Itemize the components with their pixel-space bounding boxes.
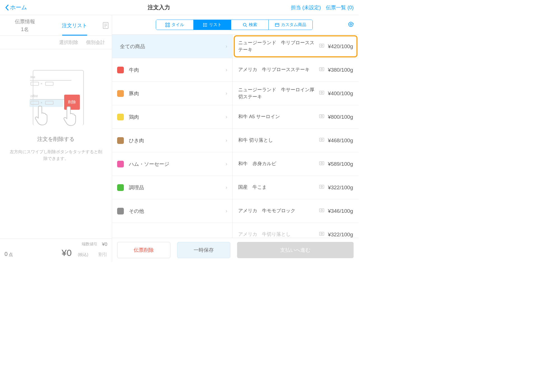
tax-label: (税込) bbox=[78, 252, 88, 257]
product-row[interactable]: ニュージーランド 牛サーロイン厚切ステーキ¥400/100g bbox=[233, 82, 359, 105]
rounding-label: 端数値引 bbox=[82, 242, 98, 247]
svg-line-40 bbox=[322, 186, 322, 187]
tab-slip-info-l1: 伝票情報 bbox=[15, 18, 35, 25]
svg-rect-16 bbox=[275, 23, 279, 26]
product-name: アメリカ 牛リブロースステーキ bbox=[238, 66, 316, 73]
category-swatch bbox=[117, 161, 124, 167]
category-label: 鶏肉 bbox=[129, 114, 221, 120]
seg-search-label: 検索 bbox=[249, 22, 257, 27]
category-label: 調理品 bbox=[129, 184, 221, 191]
svg-point-18 bbox=[349, 22, 353, 27]
scale-icon bbox=[319, 231, 324, 238]
svg-line-46 bbox=[322, 233, 322, 234]
svg-point-14 bbox=[243, 23, 246, 26]
product-row[interactable]: 和牛 A5 サーロイン¥800/100g bbox=[233, 105, 359, 129]
category-all[interactable]: 全ての商品 › bbox=[112, 35, 232, 58]
category-row[interactable]: 牛肉› bbox=[112, 58, 232, 82]
tab-slip-info[interactable]: 伝票情報 1名 bbox=[0, 15, 50, 36]
seg-custom-label: カスタム商品 bbox=[281, 22, 306, 27]
scale-icon bbox=[319, 90, 324, 97]
category-label: ハム・ソーセージ bbox=[129, 161, 221, 167]
svg-point-8 bbox=[203, 23, 204, 24]
category-row[interactable]: 調理品› bbox=[112, 176, 232, 199]
category-label: その他 bbox=[129, 208, 221, 214]
proceed-payment-button[interactable]: 支払いへ進む bbox=[237, 242, 354, 258]
scale-icon bbox=[319, 66, 324, 73]
category-row[interactable]: ハム・ソーセージ› bbox=[112, 152, 232, 176]
tab-slip-info-l2: 1名 bbox=[21, 26, 29, 33]
assignee-link[interactable]: 担当 (未設定) bbox=[291, 4, 321, 11]
product-price: ¥420/100g bbox=[328, 43, 353, 50]
scale-icon bbox=[319, 184, 324, 191]
product-name: 和牛 赤身カルビ bbox=[238, 160, 316, 167]
settings-gear-icon[interactable] bbox=[347, 21, 354, 29]
svg-point-12 bbox=[203, 26, 204, 27]
scale-icon bbox=[319, 137, 324, 144]
seg-search[interactable]: 検索 bbox=[231, 20, 269, 30]
scale-icon bbox=[319, 160, 324, 167]
product-row[interactable]: 国産 牛こま¥322/100g bbox=[233, 176, 359, 199]
svg-line-34 bbox=[322, 139, 322, 140]
seg-custom[interactable]: カスタム商品 bbox=[269, 20, 312, 30]
svg-line-15 bbox=[246, 26, 247, 27]
item-count-unit: 点 bbox=[9, 252, 13, 257]
product-row[interactable]: アメリカ 牛リブロースステーキ¥380/100g bbox=[233, 58, 359, 82]
save-draft-button[interactable]: 一時保存 bbox=[177, 242, 230, 258]
product-row[interactable]: アメリカ 牛切り落とし¥322/100g bbox=[233, 223, 359, 238]
svg-rect-5 bbox=[168, 23, 170, 24]
category-label: 豚肉 bbox=[129, 90, 221, 97]
product-price: ¥380/100g bbox=[328, 67, 353, 73]
svg-line-25 bbox=[322, 69, 322, 69]
page-title: 注文入力 bbox=[27, 4, 291, 11]
hint-desc: 左方向にスワイプし削除ボタンをタッチすると削除できます。 bbox=[8, 148, 103, 162]
product-price: ¥322/100g bbox=[328, 185, 353, 191]
home-button[interactable]: ホーム bbox=[5, 4, 27, 11]
receipt-icon[interactable] bbox=[99, 15, 112, 36]
chevron-right-icon: › bbox=[226, 114, 227, 120]
product-name: 和牛 切り落とし bbox=[238, 137, 316, 144]
svg-rect-4 bbox=[166, 23, 167, 24]
product-price: ¥589/100g bbox=[328, 161, 353, 167]
order-summary-footer: 端数値引 ¥0 0点 ¥0 (税込) 割引 bbox=[0, 239, 112, 262]
seg-list-label: リスト bbox=[209, 22, 222, 27]
category-swatch bbox=[117, 114, 124, 120]
chevron-right-icon: › bbox=[226, 208, 227, 214]
home-label: ホーム bbox=[10, 4, 27, 11]
product-name: ニュージーランド 牛サーロイン厚切ステーキ bbox=[238, 87, 316, 100]
product-row[interactable]: 和牛 赤身カルビ¥589/100g bbox=[233, 152, 359, 176]
chevron-right-icon: › bbox=[226, 90, 227, 96]
chevron-right-icon: › bbox=[226, 43, 227, 49]
product-row[interactable]: ニュージーランド 牛リブロースステーキ¥420/100g bbox=[233, 35, 359, 58]
slip-list-link[interactable]: 伝票一覧 (0) bbox=[326, 4, 354, 11]
category-swatch bbox=[117, 67, 124, 73]
scale-icon bbox=[319, 43, 324, 50]
swipe-delete-illustration: tea × offee × 削除 bbox=[27, 68, 85, 127]
category-row[interactable]: 鶏肉› bbox=[112, 105, 232, 129]
tab-order-list-label: 注文リスト bbox=[62, 22, 87, 29]
hand-icon bbox=[63, 105, 77, 125]
category-row[interactable]: 豚肉› bbox=[112, 82, 232, 105]
chevron-right-icon: › bbox=[226, 137, 227, 143]
individual-checkout-button[interactable]: 個別会計 bbox=[86, 39, 105, 46]
category-row[interactable]: ひき肉› bbox=[112, 129, 232, 152]
order-total: ¥0 bbox=[62, 248, 72, 258]
seg-list[interactable]: リスト bbox=[194, 20, 231, 30]
chevron-right-icon: › bbox=[226, 185, 227, 190]
hand-icon bbox=[34, 105, 48, 124]
svg-line-28 bbox=[322, 92, 322, 93]
product-price: ¥400/100g bbox=[328, 90, 353, 97]
chevron-right-icon: › bbox=[226, 67, 227, 73]
hint-title: 注文を削除する bbox=[37, 136, 75, 143]
product-row[interactable]: 和牛 切り落とし¥468/100g bbox=[233, 129, 359, 152]
rounding-value: ¥0 bbox=[102, 242, 107, 247]
delete-slip-button[interactable]: 伝票削除 bbox=[117, 242, 170, 258]
tab-order-list[interactable]: 注文リスト bbox=[50, 15, 100, 36]
seg-tile[interactable]: タイル bbox=[156, 20, 194, 30]
scale-icon bbox=[319, 113, 324, 120]
svg-line-37 bbox=[322, 163, 322, 163]
discount-button[interactable]: 割引 bbox=[98, 252, 107, 258]
category-row[interactable]: その他› bbox=[112, 199, 232, 223]
product-row[interactable]: アメリカ 牛モモブロック¥346/100g bbox=[233, 199, 359, 223]
delete-selected-button[interactable]: 選択削除 bbox=[59, 39, 78, 46]
category-swatch bbox=[117, 208, 124, 214]
